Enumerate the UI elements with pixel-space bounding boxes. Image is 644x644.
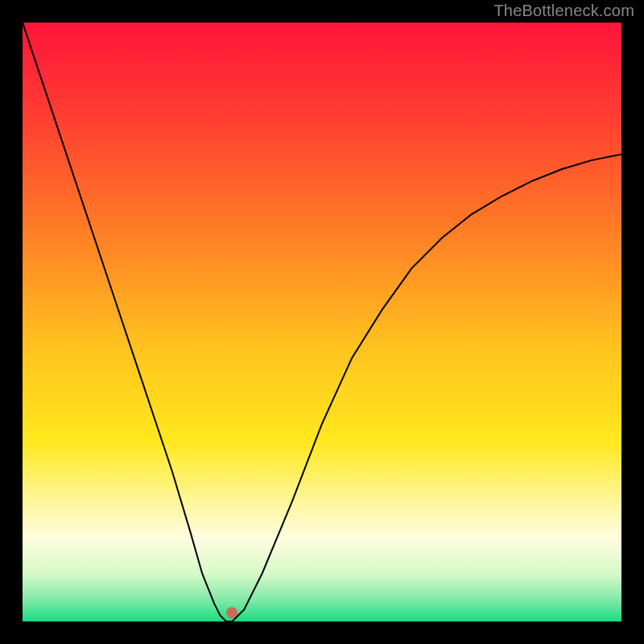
curve-layer	[23, 23, 621, 621]
bottleneck-curve	[23, 23, 621, 621]
optimal-point-marker	[226, 607, 237, 618]
plot-area	[23, 23, 621, 621]
watermark-text: TheBottleneck.com	[493, 2, 634, 20]
plot-frame	[23, 23, 621, 621]
